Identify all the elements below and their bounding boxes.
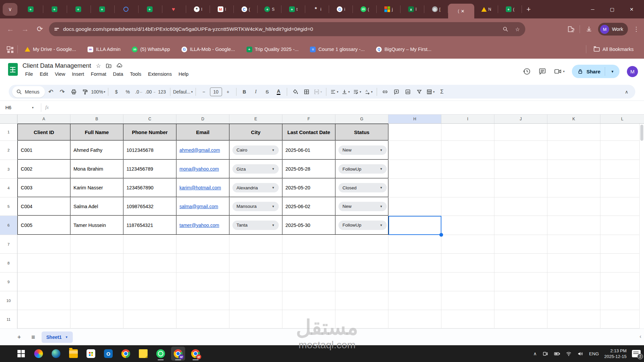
scrollbar-thumb[interactable] xyxy=(640,125,643,141)
new-tab-button[interactable]: + xyxy=(522,5,535,14)
whatsapp-button[interactable] xyxy=(154,347,168,361)
format-currency-button[interactable]: $ xyxy=(111,87,122,97)
browser-tab[interactable] xyxy=(91,0,115,18)
column-header-d[interactable]: D xyxy=(176,115,229,124)
status-dropdown-chip[interactable]: New▼ xyxy=(338,145,387,155)
insert-chart-button[interactable] xyxy=(402,87,413,97)
fill-handle[interactable] xyxy=(439,233,443,237)
menu-data[interactable]: Data xyxy=(110,71,126,77)
table-button[interactable]: ▾ xyxy=(425,87,436,97)
all-sheets-icon[interactable]: ≡ xyxy=(28,334,39,341)
browser-tab[interactable]: t xyxy=(281,0,305,18)
document-title[interactable]: Client Data Management xyxy=(22,62,91,69)
cell-status[interactable]: FollowUp▼ xyxy=(335,160,388,178)
cell-client-id[interactable]: C002 xyxy=(17,160,70,178)
status-dropdown-chip[interactable]: FollowUp▼ xyxy=(338,221,387,230)
borders-button[interactable] xyxy=(301,87,312,97)
bookmark-whatsapp[interactable]: (5) WhatsApp xyxy=(127,47,174,52)
share-button[interactable]: Share ▼ xyxy=(572,65,620,78)
row-header-10[interactable]: 10 xyxy=(0,291,17,310)
header-cell[interactable]: Phone Number xyxy=(123,124,176,140)
bookmark-course-glossary[interactable]: Course 1 glossary -... xyxy=(306,47,369,52)
move-to-folder-icon[interactable] xyxy=(106,63,112,69)
clock[interactable]: 2:13 PM 2025-12-15 xyxy=(604,348,627,359)
tray-camera-icon[interactable] xyxy=(542,351,548,357)
empty-row[interactable] xyxy=(17,254,644,273)
cell-client-id[interactable]: C003 xyxy=(17,179,70,197)
meet-camera-button[interactable]: ▾ xyxy=(554,67,565,75)
browser-tab[interactable]: ï xyxy=(400,0,424,18)
email-link[interactable]: salma@gmail.com xyxy=(179,204,218,209)
column-header-f[interactable]: F xyxy=(282,115,335,124)
header-cell[interactable]: Last Contact Date xyxy=(282,124,335,140)
header-cell[interactable]: Status xyxy=(335,124,388,140)
cell-full-name[interactable]: Karim Nasser xyxy=(70,179,123,197)
browser-tab[interactable]: j xyxy=(377,0,400,18)
active-browser-tab[interactable]: (✕ xyxy=(448,4,474,18)
name-box[interactable]: H6 ▾ xyxy=(5,105,37,110)
cell-client-id[interactable]: C005 xyxy=(17,216,70,235)
cell-status[interactable]: Closed▼ xyxy=(335,179,388,197)
site-info-icon[interactable] xyxy=(54,28,59,31)
more-formats-button[interactable]: 123 xyxy=(157,87,167,97)
cell-city[interactable]: Giza▼ xyxy=(229,160,282,178)
browser-tab[interactable] xyxy=(19,0,43,18)
cell-date[interactable]: 2025-06-01 xyxy=(282,141,335,160)
text-wrap-button[interactable]: ▾ xyxy=(352,87,363,97)
browser-tab[interactable] xyxy=(43,0,67,18)
forward-icon[interactable]: → xyxy=(19,25,31,34)
share-dropdown-icon[interactable]: ▼ xyxy=(608,70,617,73)
close-tab-icon[interactable]: ✕ xyxy=(461,9,465,14)
menu-file[interactable]: File xyxy=(22,71,36,77)
column-header-c[interactable]: C xyxy=(123,115,176,124)
cell-date[interactable]: 2025-05-28 xyxy=(282,160,335,178)
reload-icon[interactable]: ⟳ xyxy=(34,25,46,34)
browser-tab[interactable]: i xyxy=(329,0,353,18)
email-link[interactable]: mona@yahoo.com xyxy=(179,166,219,172)
bookmark-my-drive[interactable]: My Drive - Google... xyxy=(20,47,80,52)
bold-button[interactable]: B xyxy=(239,87,250,97)
star-icon[interactable]: ☆ xyxy=(96,62,101,69)
cell-email[interactable]: karim@hotmail.com xyxy=(176,179,229,197)
menu-tools[interactable]: Tools xyxy=(127,71,144,77)
bookmark-trip-quality[interactable]: Trip Quality 2025 -... xyxy=(242,47,303,52)
column-header-h[interactable]: H xyxy=(388,115,441,124)
city-dropdown-chip[interactable]: Giza▼ xyxy=(232,164,279,174)
browser-tab[interactable]: i xyxy=(305,0,329,18)
cell-phone[interactable]: 1012345678 xyxy=(123,141,176,160)
status-dropdown-chip[interactable]: Closed▼ xyxy=(338,183,387,192)
merge-cells-button[interactable]: ▾ xyxy=(313,87,323,97)
chrome-other-profile-button[interactable]: M xyxy=(189,347,203,361)
column-header-g[interactable]: G xyxy=(335,115,388,124)
cell-full-name[interactable]: Mona Ibrahim xyxy=(70,160,123,178)
vertical-scrollbar[interactable] xyxy=(639,124,644,328)
row-header-7[interactable]: 7 xyxy=(0,235,17,254)
browser-tab[interactable] xyxy=(115,0,139,18)
empty-row[interactable] xyxy=(17,291,644,310)
zoom-select[interactable]: 100%▾ xyxy=(91,87,105,97)
header-cell[interactable]: Client ID xyxy=(17,124,70,140)
font-size-input[interactable]: 10 xyxy=(210,87,222,96)
sheets-logo-icon[interactable] xyxy=(8,63,18,76)
create-filter-button[interactable] xyxy=(414,87,425,97)
notification-center-icon[interactable]: 2 xyxy=(632,350,641,357)
horizontal-align-button[interactable]: ▾ xyxy=(329,87,340,97)
strikethrough-button[interactable]: S xyxy=(262,87,273,97)
download-icon[interactable] xyxy=(585,25,593,33)
row-header-1[interactable]: 1 xyxy=(0,124,17,141)
browser-tab[interactable] xyxy=(67,0,91,18)
row-header-4[interactable]: 4 xyxy=(0,179,17,197)
chrome-work-profile-button[interactable]: M xyxy=(171,347,185,361)
city-dropdown-chip[interactable]: Alexandria▼ xyxy=(232,183,279,192)
email-link[interactable]: karim@hotmail.com xyxy=(179,185,221,190)
status-dropdown-chip[interactable]: FollowUp▼ xyxy=(338,164,387,174)
browser-tab[interactable]: I xyxy=(186,0,210,18)
browser-menu-icon[interactable]: ⋮ xyxy=(633,25,639,33)
sticky-notes-button[interactable] xyxy=(136,347,150,361)
browser-tab[interactable]: S xyxy=(258,0,281,18)
menu-view[interactable]: View xyxy=(52,71,68,77)
insert-comment-button[interactable] xyxy=(391,87,402,97)
cell-date[interactable]: 2025-05-20 xyxy=(282,179,335,197)
row-header-6[interactable]: 6 xyxy=(0,216,17,235)
column-header-j[interactable]: J xyxy=(494,115,547,124)
